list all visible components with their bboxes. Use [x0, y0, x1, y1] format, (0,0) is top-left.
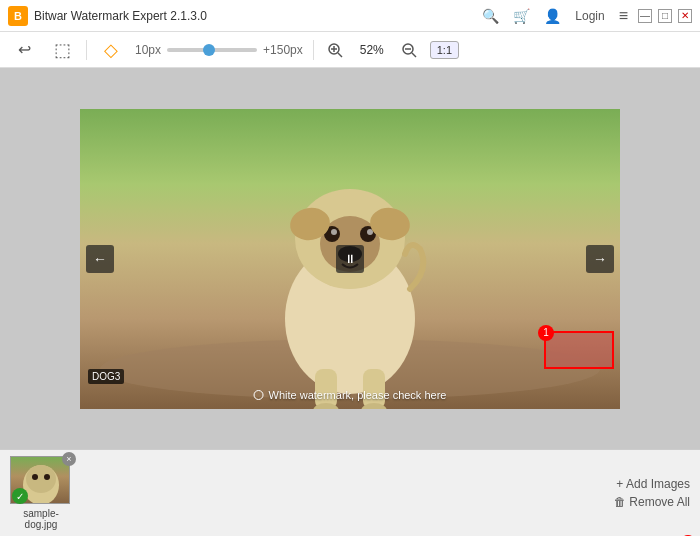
circle-number-1: 1: [538, 325, 554, 341]
canvas-area: DOG3 1 White watermark, please check her…: [0, 68, 700, 449]
toolbar: ↩ ⬚ ◇ 10px +150px 52% 1:1: [0, 32, 700, 68]
image-container: DOG3 1 White watermark, please check her…: [80, 109, 620, 409]
search-icon[interactable]: 🔍: [482, 8, 499, 24]
size-slider-track: [167, 48, 257, 52]
bottom-panel: ✓ × sample-dog.jpg + Add Images 🗑 Remove…: [0, 449, 700, 536]
menu-icon[interactable]: ≡: [619, 7, 628, 25]
svg-line-1: [338, 53, 342, 57]
thumb-close-button[interactable]: ×: [62, 452, 76, 466]
toolbar-divider-2: [313, 40, 314, 60]
nav-prev-button[interactable]: ←: [86, 245, 114, 273]
thumbnail-container: ✓ × sample-dog.jpg: [10, 456, 72, 530]
cart-icon[interactable]: 🛒: [513, 8, 530, 24]
thumbnail-wrapper: ✓ ×: [10, 456, 72, 506]
thumb-check-icon: ✓: [12, 488, 28, 504]
watermark-tag-label: DOG3: [88, 369, 124, 384]
minimize-button[interactable]: —: [638, 9, 652, 23]
zoom-value-label: 52%: [356, 43, 388, 57]
title-bar-icons: 🔍 🛒 👤 Login ≡: [482, 7, 628, 25]
undo-button[interactable]: ↩: [10, 36, 38, 64]
size-max-label: +150px: [263, 43, 303, 57]
maximize-button[interactable]: □: [658, 9, 672, 23]
remove-all-button[interactable]: 🗑 Remove All: [614, 495, 690, 509]
svg-point-27: [44, 474, 50, 480]
size-slider-area: 10px +150px: [135, 43, 303, 57]
white-watermark-notice: White watermark, please check here: [254, 389, 447, 401]
nav-pause-button[interactable]: ⏸: [336, 245, 364, 273]
close-button[interactable]: ✕: [678, 9, 692, 23]
window-controls: — □ ✕: [638, 9, 692, 23]
login-label[interactable]: Login: [575, 9, 604, 23]
diamond-button[interactable]: ◇: [97, 36, 125, 64]
add-images-button[interactable]: + Add Images: [616, 477, 690, 491]
red-watermark-area: 1: [544, 331, 614, 369]
svg-point-14: [331, 229, 337, 235]
size-min-label: 10px: [135, 43, 161, 57]
nav-next-button[interactable]: →: [586, 245, 614, 273]
size-slider-thumb[interactable]: [203, 44, 215, 56]
svg-point-26: [32, 474, 38, 480]
title-bar: B Bitwar Watermark Expert 2.1.3.0 🔍 🛒 👤 …: [0, 0, 700, 32]
crop-button[interactable]: ⬚: [48, 36, 76, 64]
toolbar-divider: [86, 40, 87, 60]
zoom-out-button[interactable]: [398, 39, 420, 61]
app-title: Bitwar Watermark Expert 2.1.3.0: [34, 9, 482, 23]
zoom-in-button[interactable]: [324, 39, 346, 61]
svg-point-25: [26, 465, 56, 493]
app-logo: B: [8, 6, 28, 26]
thumbnail-filename: sample-dog.jpg: [10, 508, 72, 530]
main-area: DOG3 1 White watermark, please check her…: [0, 68, 700, 536]
ratio-button[interactable]: 1:1: [430, 41, 459, 59]
svg-line-5: [412, 53, 416, 57]
user-icon[interactable]: 👤: [544, 8, 561, 24]
white-notice-dot: [254, 390, 264, 400]
right-actions: + Add Images 🗑 Remove All: [614, 477, 690, 509]
